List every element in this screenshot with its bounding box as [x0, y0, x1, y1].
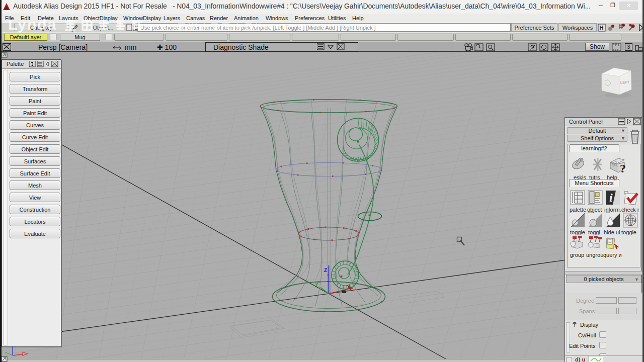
svg-text:Y: Y: [315, 282, 318, 288]
svg-text:i: i: [609, 191, 613, 204]
svg-text:?: ?: [620, 162, 626, 175]
svg-text:X: X: [347, 285, 351, 290]
svg-text:LEFT: LEFT: [620, 80, 630, 85]
svg-text:H: H: [600, 25, 604, 31]
svg-text:Z: Z: [324, 267, 327, 273]
